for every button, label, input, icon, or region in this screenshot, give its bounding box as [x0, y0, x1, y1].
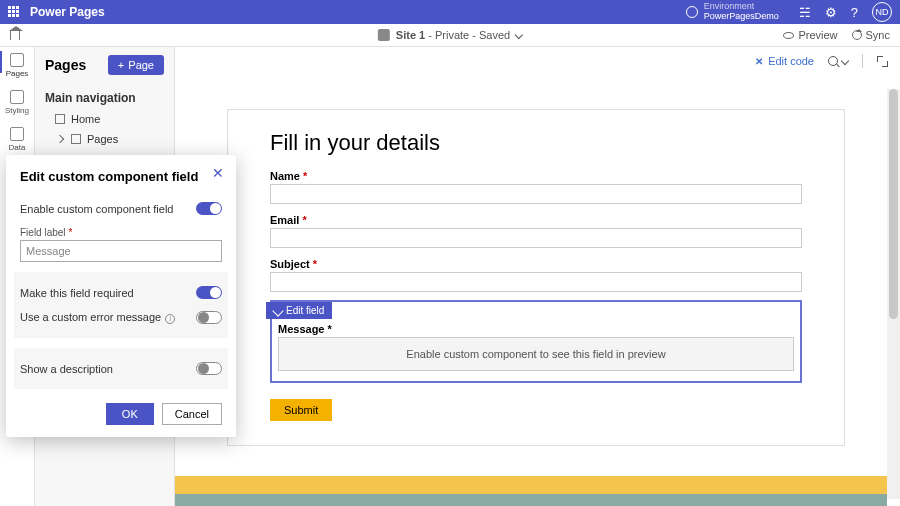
fullscreen-icon[interactable]	[877, 56, 888, 67]
nav-label: Styling	[5, 106, 29, 115]
pages-icon	[10, 53, 24, 67]
environment-name: PowerPagesDemo	[704, 12, 779, 22]
site-status[interactable]: Site 1 - Private - Saved	[378, 29, 522, 41]
nav-label: Pages	[6, 69, 29, 78]
plus-icon: +	[118, 59, 124, 71]
edit-code-button[interactable]: ✕Edit code	[755, 55, 814, 67]
styling-icon	[10, 90, 24, 104]
required-row: Make this field required	[20, 280, 222, 305]
environment-icon	[686, 6, 698, 18]
field-email: Email *	[270, 214, 802, 248]
canvas: ✕Edit code Fill in your details Name * E…	[175, 47, 900, 506]
message-placeholder-box: Enable custom component to see this fiel…	[278, 337, 794, 371]
name-input[interactable]	[270, 184, 802, 204]
brand-title: Power Pages	[30, 5, 105, 19]
nav-item-pages[interactable]: Pages	[35, 129, 174, 149]
scrollbar-thumb[interactable]	[889, 89, 898, 319]
vscode-icon: ✕	[755, 56, 763, 67]
help-icon[interactable]: ?	[851, 5, 858, 20]
custom-error-label: Use a custom error messagei	[20, 311, 175, 324]
sync-button[interactable]: Sync	[852, 29, 890, 41]
notifications-icon[interactable]: ☵	[799, 5, 811, 20]
pencil-icon	[272, 305, 283, 316]
email-input[interactable]	[270, 228, 802, 248]
required-toggle[interactable]	[196, 286, 222, 299]
edit-field-dialog: ✕ Edit custom component field Enable cus…	[6, 155, 236, 437]
cancel-button[interactable]: Cancel	[162, 403, 222, 425]
site-icon	[378, 29, 390, 41]
data-icon	[10, 127, 24, 141]
nav-label: Data	[9, 143, 26, 152]
panel-title: Pages	[45, 57, 86, 73]
show-description-row: Show a description	[20, 356, 222, 381]
nav-item-label: Pages	[87, 133, 118, 145]
enable-component-row: Enable custom component field	[20, 196, 222, 221]
enable-component-label: Enable custom component field	[20, 203, 173, 215]
chevron-right-icon	[56, 135, 64, 143]
app-launcher-icon[interactable]	[8, 6, 20, 18]
show-description-label: Show a description	[20, 363, 113, 375]
info-icon[interactable]: i	[165, 314, 175, 324]
field-label-input[interactable]	[20, 240, 222, 262]
scrollbar[interactable]	[887, 89, 900, 499]
form-heading: Fill in your details	[270, 130, 802, 156]
form-card: Fill in your details Name * Email * Subj…	[227, 109, 845, 446]
field-subject: Subject *	[270, 258, 802, 292]
name-label: Name *	[270, 170, 802, 182]
nav-item-home[interactable]: Home	[35, 109, 174, 129]
field-message-selected[interactable]: Edit field Message * Enable custom compo…	[270, 300, 802, 383]
site-name: Site 1	[396, 29, 425, 41]
show-description-toggle[interactable]	[196, 362, 222, 375]
field-label-label: Field label *	[20, 227, 222, 238]
edit-field-label: Edit field	[286, 305, 324, 316]
zoom-control[interactable]	[828, 56, 848, 66]
environment-picker[interactable]: Environment PowerPagesDemo	[686, 2, 779, 22]
footer-band-green	[175, 494, 887, 506]
preview-label: Preview	[798, 29, 837, 41]
home-page-icon	[55, 114, 65, 124]
settings-icon[interactable]: ⚙	[825, 5, 837, 20]
nav-item-label: Home	[71, 113, 100, 125]
site-state: - Private - Saved	[425, 29, 510, 41]
magnify-icon	[828, 56, 838, 66]
field-name: Name *	[270, 170, 802, 204]
user-avatar[interactable]: ND	[872, 2, 892, 22]
custom-error-toggle[interactable]	[196, 311, 222, 324]
subject-input[interactable]	[270, 272, 802, 292]
breadcrumb-bar: Site 1 - Private - Saved Preview Sync	[0, 24, 900, 47]
nav-pages[interactable]: Pages	[6, 53, 29, 78]
email-label: Email *	[270, 214, 802, 226]
edit-code-label: Edit code	[768, 55, 814, 67]
chevron-down-icon	[515, 31, 523, 39]
sync-label: Sync	[866, 29, 890, 41]
enable-component-toggle[interactable]	[196, 202, 222, 215]
custom-error-row: Use a custom error messagei	[20, 305, 222, 330]
add-page-button[interactable]: +Page	[108, 55, 164, 75]
edit-field-button[interactable]: Edit field	[266, 302, 332, 319]
submit-button[interactable]: Submit	[270, 399, 332, 421]
preview-button[interactable]: Preview	[783, 29, 837, 41]
required-label: Make this field required	[20, 287, 134, 299]
sync-icon	[852, 30, 862, 40]
eye-icon	[783, 32, 794, 39]
dialog-title: Edit custom component field	[20, 169, 222, 184]
nav-data[interactable]: Data	[9, 127, 26, 152]
add-page-label: Page	[128, 59, 154, 71]
home-icon[interactable]	[10, 30, 20, 40]
message-label: Message *	[278, 323, 794, 335]
nav-styling[interactable]: Styling	[5, 90, 29, 115]
top-bar: Power Pages Environment PowerPagesDemo ☵…	[0, 0, 900, 24]
canvas-toolbar: ✕Edit code	[175, 47, 900, 75]
main-navigation-header: Main navigation	[35, 83, 174, 109]
footer-band-yellow	[175, 476, 887, 494]
close-icon[interactable]: ✕	[212, 165, 224, 181]
subject-label: Subject *	[270, 258, 802, 270]
ok-button[interactable]: OK	[106, 403, 154, 425]
page-icon	[71, 134, 81, 144]
chevron-down-icon	[841, 57, 849, 65]
